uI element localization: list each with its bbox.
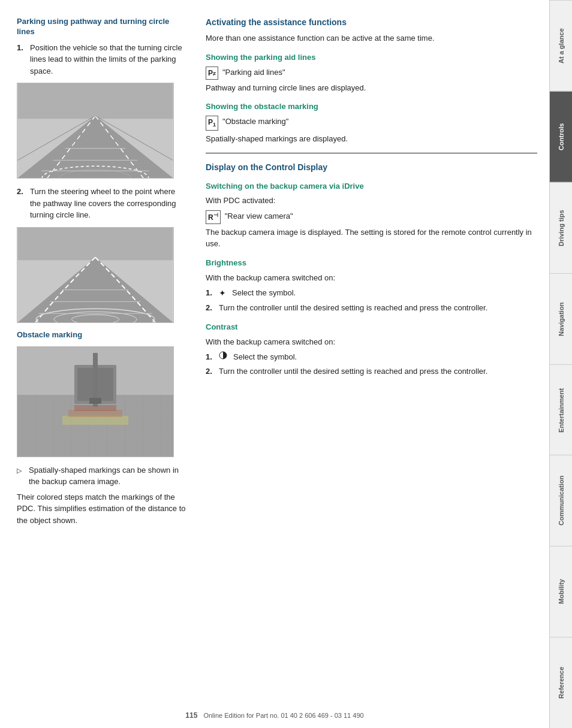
contrast-step-2: 2. Turn the controller until the desired… <box>206 365 537 377</box>
sidebar-tab-communication[interactable]: Communication <box>550 455 572 546</box>
sidebar: At a glance Controls Driving tips Naviga… <box>549 0 572 728</box>
backup-camera-desc: The backup camera image is displayed. Th… <box>206 226 537 250</box>
contrast-half-circle-icon <box>219 351 227 363</box>
svg-rect-37 <box>62 416 128 425</box>
obstacle-marking-symbol-label: "Obstacle marking" <box>222 116 288 128</box>
page-container: Parking using pathway and turning circle… <box>0 0 572 728</box>
road-svg-1 <box>17 83 173 178</box>
obstacle-heading: Obstacle marking <box>17 330 188 340</box>
obstacle-bullet-text: Spatially-shaped markings can be shown i… <box>29 464 188 488</box>
road-image-2 <box>17 227 174 323</box>
backup-camera-heading: Switching on the backup camera via iDriv… <box>206 182 537 192</box>
sidebar-tab-mobility[interactable]: Mobility <box>550 546 572 637</box>
contrast-step-2-number: 2. <box>206 365 215 377</box>
svg-rect-1 <box>18 83 173 119</box>
brightness-heading: Brightness <box>206 258 537 268</box>
step-2-text: Turn the steering wheel to the point whe… <box>30 186 188 221</box>
left-column: Parking using pathway and turning circle… <box>17 17 188 716</box>
footer: 115 Online Edition for Part no. 01 40 2 … <box>0 711 549 720</box>
contrast-step-2-text: Turn the controller until the desired se… <box>219 365 487 377</box>
sidebar-tab-at-a-glance[interactable]: At a glance <box>550 0 572 91</box>
brightness-step-1-text: Select the symbol. <box>232 287 296 300</box>
sidebar-tab-entertainment[interactable]: Entertainment <box>550 364 572 455</box>
parking-aid-heading: Showing the parking aid lines <box>206 53 537 63</box>
road-svg-2 <box>17 228 173 322</box>
svg-rect-41 <box>89 398 101 404</box>
obstacle-marking-desc: Spatially-shaped markings are displayed. <box>206 133 537 145</box>
contrast-step-1-number: 1. <box>206 351 215 363</box>
backup-camera-icon: R⊣ <box>206 210 221 224</box>
brightness-step-2: 2. Turn the controller until the desired… <box>206 302 537 314</box>
main-content: Parking using pathway and turning circle… <box>0 0 549 728</box>
parking-aid-symbol-label: "Parking aid lines" <box>222 67 285 78</box>
activating-heading: Activating the assistance functions <box>206 17 537 28</box>
parking-aid-symbol-line: P≠ "Parking aid lines" <box>206 67 537 80</box>
brightness-sun-icon: ✦ <box>219 287 226 300</box>
contrast-pdc: With the backup camera switched on: <box>206 336 537 348</box>
sidebar-tab-driving-tips[interactable]: Driving tips <box>550 182 572 273</box>
half-circle-svg <box>219 351 227 360</box>
obstacle-image <box>17 346 174 457</box>
step-1: 1. Position the vehicle so that the turn… <box>17 42 188 77</box>
step-1-number: 1. <box>17 42 26 77</box>
brightness-step-2-text: Turn the controller until the desired se… <box>219 302 487 314</box>
brightness-step-2-number: 2. <box>206 302 215 314</box>
backup-camera-symbol-label: "Rear view camera" <box>225 210 293 222</box>
obstacle-marking-symbol-line: P1 "Obstacle marking" <box>206 116 537 131</box>
step-2: 2. Turn the steering wheel to the point … <box>17 186 188 221</box>
svg-rect-13 <box>18 228 173 260</box>
sidebar-tab-navigation[interactable]: Navigation <box>550 273 572 364</box>
step-1-text: Position the vehicle so that the turning… <box>30 42 188 77</box>
step-2-number: 2. <box>17 186 26 221</box>
contrast-heading: Contrast <box>206 322 537 333</box>
road-image-1 <box>17 83 174 179</box>
obstacle-marking-heading: Showing the obstacle marking <box>206 102 537 112</box>
contrast-step-1-text: Select the symbol. <box>233 351 297 363</box>
brightness-step-1-number: 1. <box>206 287 215 300</box>
footer-text: Online Edition for Part no. 01 40 2 606 … <box>203 712 363 719</box>
obstacle-marking-icon: P1 <box>206 116 218 131</box>
brightness-pdc: With the backup camera switched on: <box>206 272 537 284</box>
page-number: 115 <box>185 711 197 720</box>
backup-camera-pdc: With PDC activated: <box>206 195 537 207</box>
sidebar-tab-controls[interactable]: Controls <box>550 91 572 182</box>
obstacle-bullet: ▷ Spatially-shaped markings can be shown… <box>17 464 188 488</box>
sidebar-tab-reference[interactable]: Reference <box>550 637 572 728</box>
obstacle-svg <box>17 347 174 457</box>
brightness-step-1: 1. ✦ Select the symbol. <box>206 287 537 300</box>
backup-camera-symbol-line: R⊣ "Rear view camera" <box>206 210 537 224</box>
bullet-arrow-icon: ▷ <box>17 466 25 488</box>
left-main-heading: Parking using pathway and turning circle… <box>17 17 188 37</box>
contrast-step-1: 1. Select the symbol. <box>206 351 537 363</box>
parking-aid-icon: P≠ <box>206 67 218 80</box>
obstacle-para: Their colored steps match the markings o… <box>17 491 188 527</box>
activating-para: More than one assistance function can be… <box>206 32 537 44</box>
display-heading: Display on the Control Display <box>206 162 537 173</box>
section-divider <box>206 153 537 153</box>
parking-aid-desc: Pathway and turning circle lines are dis… <box>206 82 537 94</box>
right-column: Activating the assistance functions More… <box>200 17 537 716</box>
